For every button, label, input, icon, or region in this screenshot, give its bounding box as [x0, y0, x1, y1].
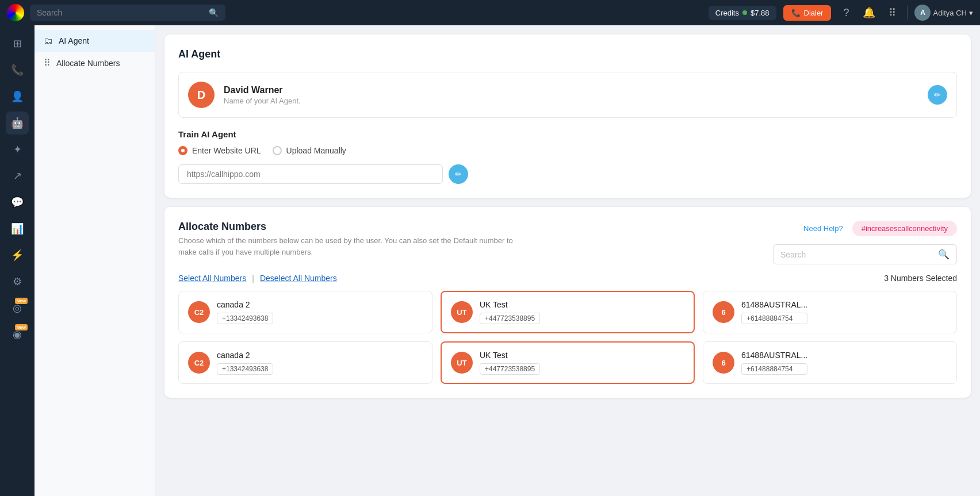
sidebar-item-ai-agent[interactable]: 🗂 AI Agent — [35, 30, 155, 52]
agent-avatar: D — [188, 82, 215, 108]
number-name: 61488AUSTRAL... — [741, 300, 807, 309]
allocate-numbers-card: Allocate Numbers Choose which of the num… — [164, 207, 971, 398]
credits-dot — [742, 10, 747, 15]
url-row: ✏ — [178, 164, 957, 184]
url-input[interactable] — [178, 164, 443, 184]
radio-label-upload: Upload Manually — [286, 146, 346, 155]
nav-settings[interactable]: ⚙ — [6, 270, 29, 293]
number-info: UK Test +447723538895 — [480, 351, 540, 375]
nav-chrome2[interactable]: ◉ New — [6, 323, 29, 346]
help-icon[interactable]: ? — [838, 7, 854, 19]
allocate-numbers-icon: ⠿ — [44, 57, 51, 68]
credits-amount: $7.88 — [751, 9, 770, 17]
ai-agent-card-title: AI Agent — [178, 48, 957, 60]
number-phone: +447723538895 — [480, 363, 540, 375]
alloc-title: Allocate Numbers — [178, 221, 523, 233]
nav-analytics[interactable]: 📊 — [6, 217, 29, 240]
ai-agent-card: AI Agent D David Warner Name of your AI … — [164, 34, 971, 198]
select-all-link[interactable]: Select All Numbers — [178, 274, 246, 283]
number-card-ut2[interactable]: UT UK Test +447723538895 — [441, 341, 695, 384]
agent-edit-button[interactable]: ✏ — [928, 85, 947, 105]
nav-calls[interactable]: ↗ — [6, 164, 29, 187]
alloc-subtitle: Choose which of the numbers below can be… — [178, 235, 523, 257]
nav-chat[interactable]: 💬 — [6, 191, 29, 214]
number-card-a2[interactable]: 6 61488AUSTRAL... +61488884754 — [703, 341, 957, 384]
alloc-search-input[interactable] — [780, 250, 933, 259]
search-bar[interactable]: 🔍 — [30, 5, 225, 21]
numbers-grid: C2 canada 2 +13342493638 UT UK Test +447… — [178, 291, 957, 384]
alloc-search-box[interactable]: 🔍 — [773, 244, 957, 264]
new-badge-2: New — [15, 324, 28, 330]
number-name: UK Test — [480, 300, 540, 309]
nav-ai-agent[interactable]: 🤖 — [6, 111, 29, 134]
number-name: canada 2 — [217, 351, 273, 360]
train-section: Train AI Agent Enter Website URL Upload … — [178, 129, 957, 184]
sidebar-item-allocate-label: Allocate Numbers — [56, 59, 120, 68]
grid-icon[interactable]: ⠿ — [884, 6, 900, 19]
number-avatar: C2 — [188, 301, 210, 323]
number-info: UK Test +447723538895 — [480, 300, 540, 324]
nav-dashboard[interactable]: ⊞ — [6, 32, 29, 55]
number-card-a1[interactable]: 6 61488AUSTRAL... +61488884754 — [703, 291, 957, 333]
deselect-all-link[interactable]: Deselect All Numbers — [260, 274, 337, 283]
number-avatar: UT — [451, 301, 473, 323]
sidebar-item-allocate-numbers[interactable]: ⠿ Allocate Numbers — [35, 52, 155, 74]
number-name: 61488AUSTRAL... — [741, 351, 807, 360]
select-row: Select All Numbers | Deselect All Number… — [178, 274, 957, 283]
agent-details: David Warner Name of your AI Agent. — [224, 85, 301, 105]
dialer-label: Dialer — [804, 9, 824, 17]
select-divider: | — [252, 274, 254, 283]
credits-label: Credits — [715, 9, 739, 17]
number-avatar: 6 — [713, 352, 734, 374]
alloc-header: Allocate Numbers Choose which of the num… — [178, 221, 957, 264]
hashtag-badge: #increasescallconnectivity — [852, 221, 957, 236]
bell-icon[interactable]: 🔔 — [861, 6, 877, 19]
number-name: UK Test — [480, 351, 540, 360]
radio-website-url[interactable]: Enter Website URL — [178, 146, 261, 155]
nav-sparkle[interactable]: ✦ — [6, 138, 29, 161]
user-avatar: A — [914, 5, 931, 21]
number-card-ut1[interactable]: UT UK Test +447723538895 — [441, 291, 695, 333]
train-title: Train AI Agent — [178, 129, 957, 139]
radio-group: Enter Website URL Upload Manually — [178, 146, 957, 155]
nav-contacts[interactable]: 👤 — [6, 85, 29, 108]
number-info: 61488AUSTRAL... +61488884754 — [741, 351, 807, 375]
number-avatar: 6 — [713, 301, 734, 323]
nav-phone[interactable]: 📞 — [6, 59, 29, 82]
nav-chrome1[interactable]: ◎ New — [6, 297, 29, 320]
search-input[interactable] — [37, 8, 204, 17]
radio-circle-upload — [273, 146, 282, 155]
app-logo[interactable] — [7, 4, 24, 21]
alloc-title-block: Allocate Numbers Choose which of the num… — [178, 221, 523, 257]
divider — [907, 6, 908, 20]
alloc-right: Need Help? #increasescallconnectivity 🔍 — [773, 221, 957, 264]
pencil-icon: ✏ — [934, 90, 941, 99]
number-avatar: C2 — [188, 352, 210, 374]
user-menu[interactable]: A Aditya CH ▾ — [914, 5, 973, 21]
need-help-link[interactable]: Need Help? — [803, 224, 843, 233]
pencil-icon-url: ✏ — [455, 170, 462, 179]
numbers-selected-count: 3 Numbers Selected — [884, 274, 957, 283]
dialer-button[interactable]: 📞 Dialer — [783, 5, 832, 21]
number-info: 61488AUSTRAL... +61488884754 — [741, 300, 807, 324]
number-phone: +13342493638 — [217, 313, 273, 324]
number-name: canada 2 — [217, 300, 273, 309]
search-icon-alloc: 🔍 — [938, 249, 950, 260]
nav-power[interactable]: ⚡ — [6, 244, 29, 267]
number-phone: +61488884754 — [741, 313, 807, 324]
main-content: AI Agent D David Warner Name of your AI … — [155, 25, 980, 496]
credits-badge: Credits $7.88 — [709, 6, 776, 20]
sidebar-item-ai-agent-label: AI Agent — [59, 36, 89, 45]
navbar: 🔍 Credits $7.88 📞 Dialer ? 🔔 ⠿ A Aditya … — [0, 0, 980, 25]
number-card-c1[interactable]: C2 canada 2 +13342493638 — [178, 291, 432, 333]
new-badge: New — [15, 298, 28, 304]
url-edit-button[interactable]: ✏ — [449, 164, 468, 184]
agent-name: David Warner — [224, 85, 301, 95]
ai-agent-icon: 🗂 — [44, 36, 53, 46]
number-card-c2[interactable]: C2 canada 2 +13342493638 — [178, 341, 432, 384]
agent-subtitle: Name of your AI Agent. — [224, 97, 301, 105]
chevron-down-icon: ▾ — [969, 9, 973, 17]
radio-upload-manually[interactable]: Upload Manually — [273, 146, 346, 155]
main-layout: ⊞ 📞 👤 🤖 ✦ ↗ 💬 📊 ⚡ ⚙ ◎ New ◉ New 🗂 AI Age… — [0, 25, 980, 496]
number-info: canada 2 +13342493638 — [217, 300, 273, 324]
